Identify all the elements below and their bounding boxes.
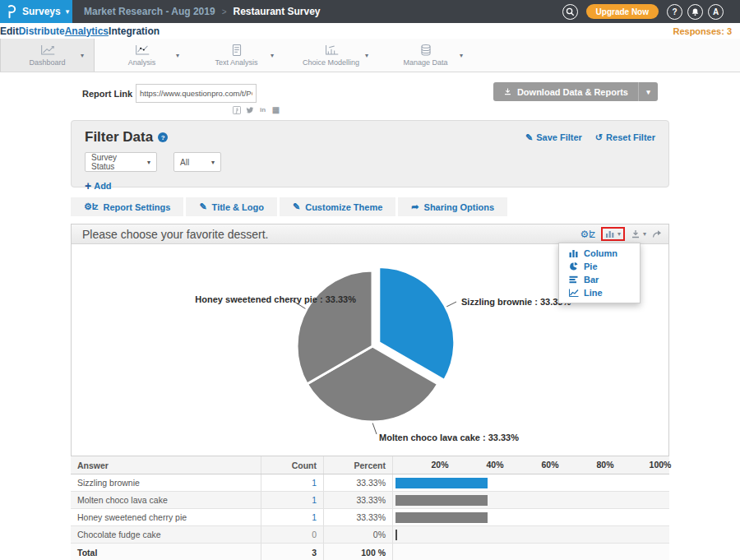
toolbar-tab-choice-modelling[interactable]: Choice Modelling ▾ [284,39,378,72]
breadcrumb-project[interactable]: Market Research - Aug 2019 [84,6,215,17]
download-dropdown-caret[interactable]: ▾ [638,82,658,101]
filter-help-icon[interactable]: ? [158,132,168,142]
column-chart-icon [569,249,579,257]
line-chart-icon [569,289,579,297]
count-cell[interactable]: 1 [261,474,324,491]
tab-report-settings[interactable]: ⚙ʫ Report Settings [71,197,183,216]
reset-filter-label: Reset Filter [606,132,655,142]
responses-count[interactable]: Responses: 3 [673,26,732,36]
save-filter-link[interactable]: ✎Save Filter [525,132,582,143]
plus-icon: + [85,179,91,192]
twitter-icon[interactable] [245,105,254,114]
report-link-row: Report Link in ▦ Download Data & Reports… [71,81,669,113]
menu-item-line[interactable]: Line [559,286,640,299]
tab-title-logo[interactable]: ✎ Title & Logo [186,197,277,216]
tab-customize-theme[interactable]: ✎ Customize Theme [280,197,395,216]
chevron-down-icon[interactable]: ▾ [81,52,84,59]
nav-item-distribute[interactable]: Distribute [19,25,65,37]
count-cell[interactable]: 0 [261,526,324,543]
menu-item-column[interactable]: Column [559,247,640,260]
chevron-down-icon: ▾ [643,230,646,238]
share-arrow-icon: ➦ [411,201,419,212]
edit-icon: ✎ [199,201,206,212]
top-header-bar: Surveys ▾ Market Research - Aug 2019 > R… [0,0,740,23]
questionpro-analytics-page: Surveys ▾ Market Research - Aug 2019 > R… [0,0,740,560]
chevron-down-icon[interactable]: ▾ [176,52,179,59]
linkedin-icon[interactable]: in [258,105,267,114]
answer-cell: Sizzling brownie [71,474,261,491]
chevron-down-icon[interactable]: ▾ [460,52,463,59]
gears-icon: ⚙ʫ [84,201,98,212]
answer-cell: Chocolate fudge cake [71,526,261,543]
chart-download-button[interactable]: ▾ [631,229,646,238]
table-total-row: Total 3 100 % [71,544,669,560]
answer-cell: Molten choco lava cake [71,492,261,508]
table-row[interactable]: Honey sweetened cherry pie 1 33.33% [71,509,669,526]
report-link-input[interactable] [136,84,257,103]
chart-type-button[interactable]: ▾ [605,229,621,238]
table-row[interactable]: Molten choco lava cake 1 33.33% [71,492,669,509]
chevron-down-icon: ▾ [617,230,621,238]
breadcrumb-separator: > [222,7,227,16]
filter-data-panel: Filter Data ? ✎Save Filter ↺Reset Filter… [71,120,669,187]
nav-item-edit[interactable]: Edit [0,25,19,37]
question-title: Please choose your favorite dessert. [82,228,268,241]
search-button[interactable] [562,4,578,20]
chart-type-button-highlight: ▾ [601,227,625,241]
report-settings-tabs: ⚙ʫ Report Settings ✎ Title & Logo ✎ Cust… [71,197,507,216]
filter-data-title: Filter Data [85,129,153,146]
upgrade-now-button[interactable]: Upgrade Now [586,4,659,19]
nav-item-integration[interactable]: Integration [109,25,160,37]
download-data-reports-button[interactable]: Download Data & Reports ▾ [493,82,658,101]
header-percent: Percent [324,456,393,474]
embed-icon[interactable]: ▦ [271,105,280,114]
toolbar-tab-label: Dashboard [29,58,65,67]
bar-cell [393,474,669,491]
share-social-icons: in ▦ [232,105,280,114]
menu-item-label: Line [584,288,603,298]
survey-status-select[interactable]: Survey Status ▾ [85,152,157,172]
total-count: 3 [261,544,324,560]
add-filter-button[interactable]: + Add [85,179,655,192]
nav-item-analytics[interactable]: Analytics [65,25,109,37]
questionpro-logo-icon [6,4,17,19]
analysis-chart-icon [133,44,151,57]
avatar[interactable]: A [708,4,724,20]
reset-filter-link[interactable]: ↺Reset Filter [595,132,655,143]
survey-status-value: Survey Status [91,153,136,171]
scale-tick: 80% [596,460,613,470]
download-button-label: Download Data & Reports [517,87,628,97]
menu-item-bar[interactable]: Bar [559,273,640,286]
tab-label: Customize Theme [305,202,382,212]
status-value-select[interactable]: All ▾ [173,152,221,172]
count-cell[interactable]: 1 [261,509,324,525]
notifications-button[interactable] [687,4,703,20]
chevron-down-icon[interactable]: ▾ [271,52,274,59]
chart-settings-button[interactable]: ⚙ʫ [580,229,595,239]
count-cell[interactable]: 1 [261,492,324,508]
tab-label: Title & Logo [212,202,264,212]
result-bar [395,512,488,523]
toolbar-tab-analysis[interactable]: Analysis ▾ [95,39,189,72]
scale-tick: 40% [486,460,503,470]
percent-cell: 0% [324,526,393,543]
table-row[interactable]: Sizzling brownie 1 33.33% [71,474,669,492]
scale-tick: 60% [541,460,558,470]
facebook-icon[interactable] [232,105,241,114]
horizontal-bar-chart-icon [569,275,579,284]
tab-sharing-options[interactable]: ➦ Sharing Options [398,197,507,216]
help-button[interactable]: ? [667,4,682,20]
share-forward-icon[interactable] [652,229,662,238]
menu-item-pie[interactable]: Pie [559,260,640,273]
toolbar-tab-text-analysis[interactable]: Text Analysis ▾ [189,39,284,72]
surveys-product-menu[interactable]: Surveys ▾ [0,0,72,23]
chevron-down-icon[interactable]: ▾ [365,52,368,59]
save-filter-label: Save Filter [536,132,582,142]
pie-label-molten-choco: Molten choco lava cake : 33.33% [379,433,519,442]
toolbar-tab-manage-data[interactable]: Manage Data ▾ [378,39,473,72]
add-filter-label: Add [94,181,111,191]
toolbar-tab-dashboard[interactable]: Dashboard ▾ [0,39,95,72]
edit-icon: ✎ [525,132,533,143]
table-row[interactable]: Chocolate fudge cake 0 0% [71,526,669,544]
percent-cell: 33.33% [324,492,393,508]
